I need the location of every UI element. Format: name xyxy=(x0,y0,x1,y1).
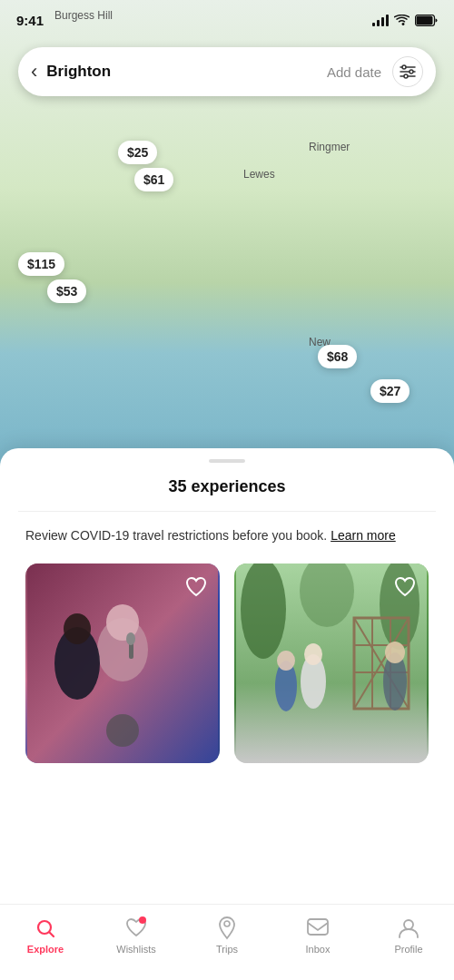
inbox-label: Inbox xyxy=(306,944,331,955)
explore-label: Explore xyxy=(27,944,64,955)
heart-icon-1 xyxy=(185,577,207,597)
svg-point-16 xyxy=(241,564,286,659)
search-city: Brighton xyxy=(46,63,327,81)
experience-card-2[interactable] xyxy=(234,564,429,763)
nav-item-explore[interactable]: Explore xyxy=(18,916,73,955)
bottom-nav: Explore Wishlists Trips Inbox xyxy=(0,904,454,980)
experience-count: 35 experiences xyxy=(0,477,454,496)
price-pin-68[interactable]: $68 xyxy=(318,345,357,368)
svg-point-14 xyxy=(64,613,91,644)
heart-icon-2 xyxy=(394,577,416,597)
svg-line-33 xyxy=(50,932,54,936)
svg-point-29 xyxy=(277,651,295,671)
wishlists-icon xyxy=(124,916,148,940)
svg-point-27 xyxy=(304,643,322,665)
wishlists-label: Wishlists xyxy=(116,944,155,955)
experience-card-1[interactable] xyxy=(25,564,220,763)
inbox-icon xyxy=(306,916,330,940)
wifi-icon xyxy=(394,15,410,26)
price-pin-25[interactable]: $25 xyxy=(118,141,157,164)
filter-icon xyxy=(400,64,416,79)
status-time: 9:41 xyxy=(16,13,44,28)
wishlists-notification-dot xyxy=(139,916,146,924)
profile-icon xyxy=(397,916,420,940)
map-label-ringmer: Ringmer xyxy=(309,141,350,153)
nav-item-wishlists[interactable]: Wishlists xyxy=(109,916,163,955)
price-pin-115[interactable]: $115 xyxy=(18,252,64,276)
svg-point-31 xyxy=(385,642,405,663)
explore-icon xyxy=(34,916,57,940)
svg-point-6 xyxy=(410,70,413,74)
status-icons xyxy=(372,15,438,26)
nav-item-inbox[interactable]: Inbox xyxy=(291,916,345,955)
covid-notice: Review COVID-19 travel restrictions befo… xyxy=(25,526,429,545)
back-button[interactable]: ‹ xyxy=(31,60,37,83)
sheet-divider xyxy=(18,511,436,512)
trips-label: Trips xyxy=(216,944,238,955)
wishlist-heart-1[interactable] xyxy=(182,573,211,602)
add-date-button[interactable]: Add date xyxy=(327,64,381,80)
signal-icon xyxy=(372,15,389,26)
learn-more-link[interactable]: Learn more xyxy=(331,528,396,543)
wishlist-heart-2[interactable] xyxy=(390,573,419,602)
map-label-lewes: Lewes xyxy=(243,168,275,181)
nav-item-trips[interactable]: Trips xyxy=(200,916,254,955)
price-pin-61[interactable]: $61 xyxy=(134,168,173,191)
profile-label: Profile xyxy=(394,944,422,955)
bottom-sheet: 35 experiences Review COVID-19 travel re… xyxy=(0,448,454,980)
price-pin-27[interactable]: $27 xyxy=(370,379,410,403)
svg-rect-1 xyxy=(417,15,433,24)
cards-row xyxy=(0,564,454,763)
svg-point-12 xyxy=(126,632,135,645)
search-bar[interactable]: ‹ Brighton Add date xyxy=(18,47,436,96)
svg-point-5 xyxy=(402,65,406,69)
nav-item-profile[interactable]: Profile xyxy=(381,916,436,955)
status-bar: 9:41 xyxy=(0,0,454,40)
trips-icon xyxy=(215,916,239,940)
svg-point-7 xyxy=(404,74,408,78)
battery-icon xyxy=(415,15,438,26)
svg-rect-34 xyxy=(308,919,328,935)
filter-button[interactable] xyxy=(392,56,423,87)
price-pin-53[interactable]: $53 xyxy=(47,279,86,303)
sheet-handle xyxy=(209,459,245,463)
svg-point-35 xyxy=(404,920,413,929)
